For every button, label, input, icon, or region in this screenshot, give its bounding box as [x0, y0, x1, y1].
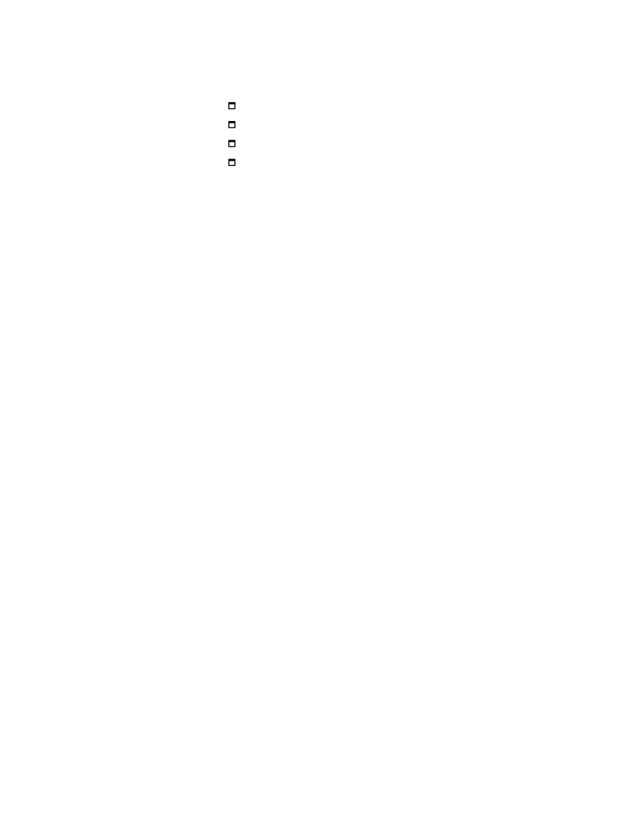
tab-icon[interactable]: [228, 102, 236, 109]
icon-column: [228, 102, 236, 166]
tab-icon[interactable]: [228, 121, 236, 128]
tab-icon[interactable]: [228, 159, 236, 166]
tab-icon[interactable]: [228, 140, 236, 147]
